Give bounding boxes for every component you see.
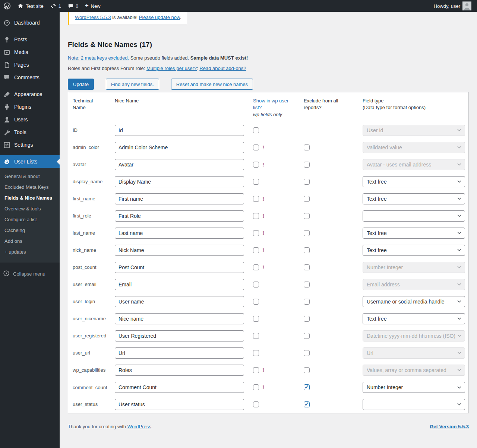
reset-nice-names-button[interactable]: Reset and make new nice names — [171, 79, 253, 90]
field-type-select[interactable]: Username or social media handle — [363, 296, 465, 307]
multiple-roles-link[interactable]: Multiple roles per user? — [146, 66, 197, 71]
exclude-checkbox[interactable] — [304, 230, 310, 236]
nice-name-input[interactable] — [115, 382, 244, 393]
sidebar-item-pages[interactable]: Pages — [0, 58, 60, 71]
collapse-menu-button[interactable]: Collapse menu — [0, 267, 60, 281]
nice-name-input[interactable] — [115, 245, 244, 256]
submenu-item[interactable]: Configure a list — [0, 214, 60, 225]
submenu-item[interactable]: Add ons — [0, 236, 60, 247]
wordpress-version-link[interactable]: WordPress 5.5.3 — [75, 15, 111, 20]
show-in-list-checkbox[interactable] — [253, 282, 259, 287]
get-version-link[interactable]: Get Version 5.5.3 — [430, 424, 469, 429]
sidebar-item-tools[interactable]: Tools — [0, 126, 60, 139]
field-type-select[interactable]: Number Integer — [363, 382, 465, 393]
show-in-list-checkbox[interactable] — [253, 350, 259, 356]
nice-name-input[interactable] — [115, 159, 244, 170]
wp-logo[interactable] — [0, 0, 14, 12]
sidebar-item-dashboard[interactable]: Dashboard — [0, 16, 60, 29]
exclude-checkbox[interactable] — [304, 333, 310, 339]
show-in-list-checkbox[interactable] — [253, 264, 259, 270]
nice-name-input[interactable] — [115, 176, 244, 187]
show-in-list-checkbox[interactable] — [253, 299, 259, 305]
sidebar-item-settings[interactable]: Settings — [0, 139, 60, 151]
field-type-select[interactable]: Number Integer — [363, 262, 465, 273]
show-in-list-checkbox[interactable] — [253, 196, 259, 202]
exclude-checkbox[interactable] — [304, 247, 310, 253]
updates-indicator[interactable]: 1 — [47, 0, 64, 12]
show-in-list-checkbox[interactable] — [253, 230, 259, 236]
find-new-fields-button[interactable]: Find any new fields. — [106, 79, 159, 90]
nice-name-input[interactable] — [115, 210, 244, 222]
exclude-checkbox[interactable] — [304, 179, 310, 185]
read-addons-link[interactable]: Read about add-ons? — [199, 66, 246, 71]
submenu-item[interactable]: Cacheing — [0, 225, 60, 236]
exclude-checkbox[interactable] — [304, 367, 310, 373]
sidebar-item-comments[interactable]: Comments — [0, 71, 60, 84]
field-type-select[interactable]: Text free — [363, 176, 465, 187]
nice-name-input[interactable] — [115, 125, 244, 136]
nice-name-input[interactable] — [115, 399, 244, 410]
exclude-checkbox[interactable] — [304, 264, 310, 270]
submenu-item[interactable]: Overview & tools — [0, 203, 60, 214]
update-button[interactable]: Update — [68, 79, 94, 90]
field-type-select[interactable]: Text free — [363, 228, 465, 239]
show-in-list-checkbox[interactable] — [253, 367, 259, 373]
site-menu[interactable]: Test site — [14, 0, 47, 12]
field-type-select[interactable]: Values, array or comma separated — [363, 365, 465, 376]
exclude-checkbox[interactable] — [304, 144, 310, 150]
nice-name-input[interactable] — [115, 262, 244, 273]
field-type-select[interactable]: Text free — [363, 193, 465, 204]
field-type-select[interactable] — [363, 210, 465, 222]
comments-indicator[interactable]: 0 — [64, 0, 82, 12]
show-in-list-checkbox[interactable] — [253, 333, 259, 339]
show-in-list-header-link[interactable]: Show in wp user list? — [253, 98, 295, 111]
exclude-checkbox[interactable] — [304, 401, 310, 407]
exclude-checkbox[interactable] — [304, 350, 310, 356]
submenu-item[interactable]: + updates — [0, 247, 60, 257]
show-in-list-checkbox[interactable] — [253, 127, 259, 133]
field-type-select[interactable] — [363, 399, 465, 410]
nice-name-input[interactable] — [115, 347, 244, 359]
show-in-list-checkbox[interactable] — [253, 316, 259, 322]
sidebar-item-users[interactable]: Users — [0, 113, 60, 126]
nice-name-input[interactable] — [115, 279, 244, 290]
exclude-checkbox[interactable] — [304, 316, 310, 322]
submenu-item[interactable]: General & about — [0, 171, 60, 182]
sidebar-item-appearance[interactable]: Appearance — [0, 88, 60, 101]
nice-name-input[interactable] — [115, 228, 244, 239]
submenu-item[interactable]: Excluded Meta Keys — [0, 182, 60, 193]
show-in-list-checkbox[interactable] — [253, 247, 259, 253]
nice-name-input[interactable] — [115, 193, 244, 204]
show-in-list-checkbox[interactable] — [253, 144, 259, 150]
show-in-list-checkbox[interactable] — [253, 401, 259, 407]
nice-name-input[interactable] — [115, 313, 244, 324]
wordpress-link[interactable]: WordPress — [127, 424, 151, 429]
new-menu[interactable]: + New — [82, 0, 104, 12]
field-type-select[interactable]: User id — [363, 125, 465, 136]
show-in-list-checkbox[interactable] — [253, 213, 259, 219]
exclude-checkbox[interactable] — [304, 162, 310, 168]
field-type-select[interactable]: Text free — [363, 245, 465, 256]
exclude-checkbox[interactable] — [304, 196, 310, 202]
account-menu[interactable]: Howdy, user — [430, 1, 475, 10]
show-in-list-checkbox[interactable] — [253, 384, 259, 390]
sidebar-item-posts[interactable]: Posts — [0, 33, 60, 46]
update-now-link[interactable]: Please update now — [139, 15, 180, 20]
show-in-list-checkbox[interactable] — [253, 162, 259, 168]
exclude-checkbox[interactable] — [304, 299, 310, 305]
field-type-select[interactable]: Text free — [363, 313, 465, 324]
sidebar-item-media[interactable]: Media — [0, 46, 60, 58]
exclude-checkbox[interactable] — [304, 213, 310, 219]
field-type-select[interactable]: Datetime yyyy-mm-dd hh:mm:ss (ISO) — [363, 330, 465, 341]
nice-name-input[interactable] — [115, 365, 244, 376]
sidebar-item-plugins[interactable]: Plugins — [0, 101, 60, 113]
submenu-item[interactable]: Fields & Nice Names — [0, 193, 60, 203]
excluded-meta-keys-link[interactable]: Note: 2 meta keys excluded. — [68, 55, 129, 61]
exclude-checkbox[interactable] — [304, 384, 310, 390]
field-type-select[interactable]: Url — [363, 347, 465, 359]
nice-name-input[interactable] — [115, 330, 244, 341]
sidebar-item-user-lists[interactable]: User Lists — [0, 155, 60, 168]
exclude-checkbox[interactable] — [304, 282, 310, 287]
field-type-select[interactable]: Email address — [363, 279, 465, 290]
nice-name-input[interactable] — [115, 296, 244, 307]
